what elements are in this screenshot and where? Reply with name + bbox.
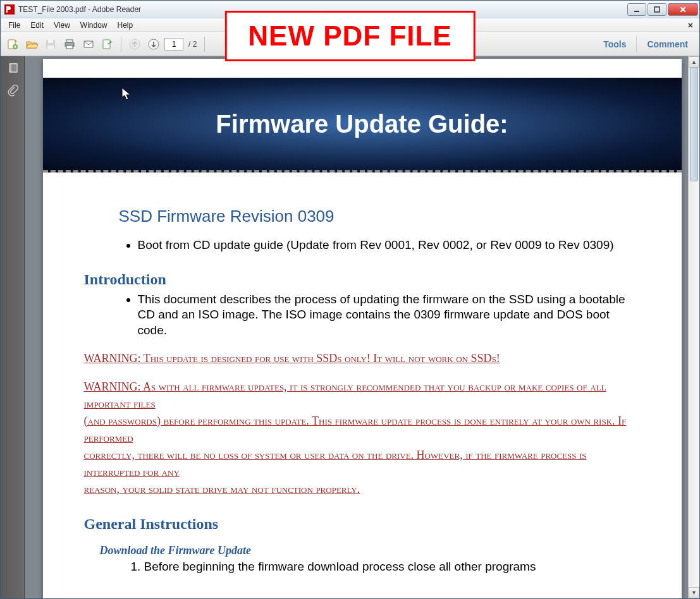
download-heading: Download the Firmware Update	[100, 544, 631, 557]
svg-rect-9	[66, 40, 73, 42]
next-page-button[interactable]	[145, 36, 162, 52]
vertical-scrollbar[interactable]: ▲ ▼	[688, 56, 699, 598]
close-document-button[interactable]: ×	[684, 20, 697, 30]
svg-rect-13	[103, 40, 110, 49]
minimize-button[interactable]	[627, 3, 646, 16]
menu-help[interactable]: Help	[113, 20, 138, 31]
overlay-label: NEW PDF FILE	[248, 20, 451, 51]
menu-edit[interactable]: Edit	[25, 20, 49, 31]
svg-rect-17	[11, 64, 17, 72]
toolbar-separator	[204, 37, 205, 52]
open-button[interactable]	[23, 36, 40, 52]
thumbnails-button[interactable]	[4, 60, 21, 76]
attachments-button[interactable]	[4, 83, 21, 99]
section-title: SSD Firmware Revision 0309	[119, 207, 631, 226]
maximize-button[interactable]	[648, 3, 666, 16]
pdf-page: Firmware Update Guide: SSD Firmware Revi…	[43, 59, 682, 598]
email-button[interactable]	[80, 36, 97, 52]
warning-text: WARNING: As with all firmware updates, i…	[84, 378, 631, 498]
list-item: Boot from CD update guide (Update from R…	[138, 238, 631, 253]
comment-panel-button[interactable]: Comment	[639, 35, 696, 53]
scroll-track[interactable]	[689, 68, 699, 587]
list-item: Before beginning the firmware download p…	[144, 560, 631, 574]
intro-heading: Introduction	[84, 271, 631, 288]
banner-title: Firmware Update Guide:	[216, 110, 508, 138]
scroll-down-button[interactable]: ▼	[689, 587, 699, 598]
svg-rect-7	[48, 40, 53, 43]
print-button[interactable]	[61, 36, 78, 52]
navigation-rail	[1, 56, 25, 598]
tools-panel-button[interactable]: Tools	[596, 35, 634, 53]
svg-rect-2	[654, 7, 660, 12]
export-pdf-button[interactable]	[4, 36, 21, 52]
toolbar-separator	[121, 37, 121, 52]
close-button[interactable]	[668, 3, 698, 16]
mouse-cursor-icon	[121, 87, 133, 101]
document-banner: Firmware Update Guide:	[43, 78, 682, 172]
body-area: Firmware Update Guide: SSD Firmware Revi…	[1, 56, 699, 598]
page-number-input[interactable]	[164, 38, 183, 51]
save-button[interactable]	[42, 36, 59, 52]
svg-rect-11	[66, 45, 73, 49]
document-body: SSD Firmware Revision 0309 Boot from CD …	[43, 172, 682, 574]
app-icon	[4, 4, 15, 15]
general-heading: General Instructions	[84, 516, 631, 533]
svg-rect-1	[634, 11, 639, 12]
page-total-label: / 2	[186, 40, 199, 49]
document-viewport[interactable]: Firmware Update Guide: SSD Firmware Revi…	[25, 56, 699, 598]
svg-rect-8	[47, 45, 54, 49]
menu-window[interactable]: Window	[75, 20, 113, 31]
scroll-up-button[interactable]: ▲	[689, 56, 699, 68]
list-item: This document describes the process of u…	[138, 292, 631, 339]
share-button[interactable]	[99, 36, 116, 52]
svg-marker-4	[15, 40, 17, 42]
window-controls	[626, 3, 698, 16]
warning-text: WARNING: This update is designed for use…	[84, 350, 631, 367]
menu-view[interactable]: View	[49, 20, 75, 31]
scroll-thumb[interactable]	[690, 68, 698, 181]
app-window: TEST_File 2003.pdf - Adobe Reader File E…	[0, 0, 700, 599]
menu-file[interactable]: File	[3, 20, 25, 31]
prev-page-button[interactable]	[126, 36, 143, 52]
annotation-overlay: NEW PDF FILE	[224, 11, 475, 61]
